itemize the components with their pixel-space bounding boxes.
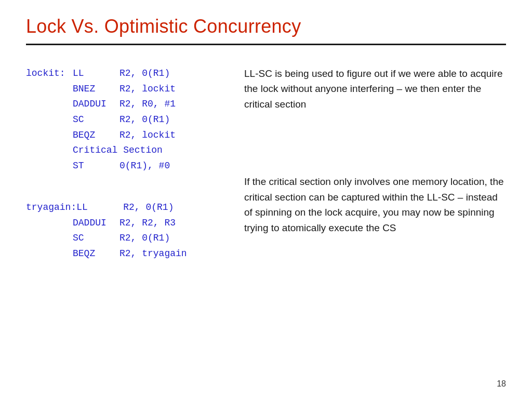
code-label-empty-9	[26, 246, 73, 262]
code-line-8: DADDUI R2, R2, R3	[26, 216, 229, 231]
description-2: If the critical section only involves on…	[244, 174, 506, 235]
code-label-lockit: lockit:	[26, 66, 73, 82]
code-line-critical: Critical Section	[26, 143, 229, 158]
code-args-3: R2, R0, #1	[119, 97, 176, 112]
code-label-empty-5	[26, 143, 73, 158]
code-line-1: lockit: LL R2, 0(R1)	[26, 66, 229, 82]
code-args-4: R2, 0(R1)	[119, 112, 170, 128]
code-instr-beqz1: BEQZ	[73, 128, 119, 143]
title-divider	[26, 44, 506, 45]
code-label-empty-6	[26, 158, 73, 174]
code-label-tryagain: tryagain:	[26, 200, 76, 216]
code-label-empty-3	[26, 112, 73, 128]
left-column: lockit: LL R2, 0(R1) BNEZ R2, lockit DAD…	[26, 61, 229, 366]
code-label-empty-8	[26, 231, 73, 246]
content-area: lockit: LL R2, 0(R1) BNEZ R2, lockit DAD…	[26, 61, 506, 366]
code-label-empty-1	[26, 82, 73, 97]
code-args-5: R2, lockit	[119, 128, 176, 143]
code-block-2: tryagain: LL R2, 0(R1) DADDUI R2, R2, R3…	[26, 200, 229, 262]
page-number: 18	[497, 379, 506, 389]
code-args-10: R2, tryagain	[119, 246, 187, 262]
code-args-9: R2, 0(R1)	[119, 231, 170, 246]
code-line-10: BEQZ R2, tryagain	[26, 246, 229, 262]
code-line-5: BEQZ R2, lockit	[26, 128, 229, 143]
spacer	[244, 132, 506, 174]
code-instr-daddui1: DADDUI	[73, 97, 119, 112]
code-args-8: R2, R2, R3	[119, 216, 176, 231]
code-instr-sc1: SC	[73, 112, 119, 128]
code-label-empty-4	[26, 128, 73, 143]
code-args-6: 0(R1), #0	[119, 158, 170, 174]
code-line-4: SC R2, 0(R1)	[26, 112, 229, 128]
code-line-7: tryagain: LL R2, 0(R1)	[26, 200, 229, 216]
code-line-9: SC R2, 0(R1)	[26, 231, 229, 246]
code-label-empty-2	[26, 97, 73, 112]
critical-section-text: Critical Section	[73, 143, 163, 158]
code-instr-beqz2: BEQZ	[73, 246, 119, 262]
slide: Lock Vs. Optimistic Concurrency lockit: …	[0, 0, 532, 399]
description-1: LL-SC is being used to figure out if we …	[244, 66, 506, 112]
code-line-3: DADDUI R2, R0, #1	[26, 97, 229, 112]
code-instr-daddui2: DADDUI	[73, 216, 119, 231]
right-column: LL-SC is being used to figure out if we …	[229, 61, 506, 366]
code-line-6: ST 0(R1), #0	[26, 158, 229, 174]
code-instr-st: ST	[73, 158, 119, 174]
code-line-2: BNEZ R2, lockit	[26, 82, 229, 97]
code-args-7: R2, 0(R1)	[123, 200, 174, 216]
code-args-2: R2, lockit	[119, 82, 176, 97]
code-block-1: lockit: LL R2, 0(R1) BNEZ R2, lockit DAD…	[26, 66, 229, 174]
code-instr-sc2: SC	[73, 231, 119, 246]
code-label-empty-7	[26, 216, 73, 231]
code-instr-ll2: LL	[76, 200, 123, 216]
code-args-1: R2, 0(R1)	[119, 66, 170, 82]
code-instr-ll: LL	[73, 66, 119, 82]
code-instr-bnez: BNEZ	[73, 82, 119, 97]
slide-title: Lock Vs. Optimistic Concurrency	[26, 16, 506, 37]
